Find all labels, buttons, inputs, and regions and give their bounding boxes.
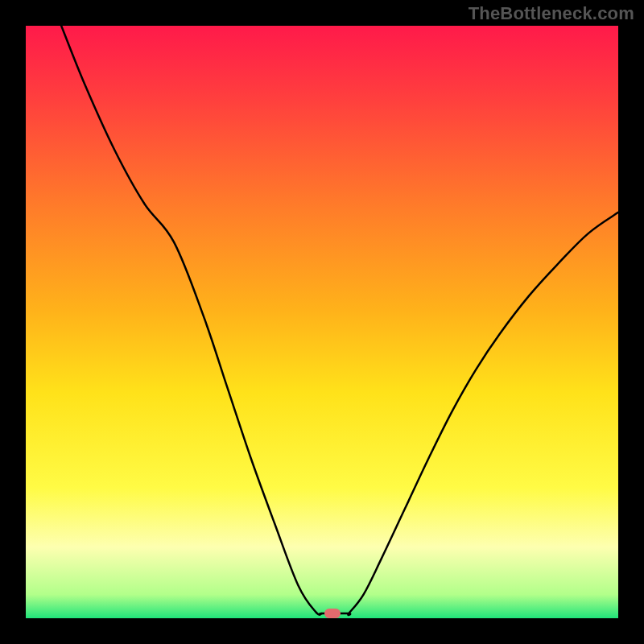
plot-svg bbox=[26, 26, 618, 618]
optimal-marker bbox=[324, 609, 341, 618]
watermark-text: TheBottleneck.com bbox=[469, 3, 634, 24]
plot-area bbox=[26, 26, 618, 618]
gradient-background bbox=[26, 26, 618, 618]
chart-frame: TheBottleneck.com bbox=[0, 0, 644, 644]
